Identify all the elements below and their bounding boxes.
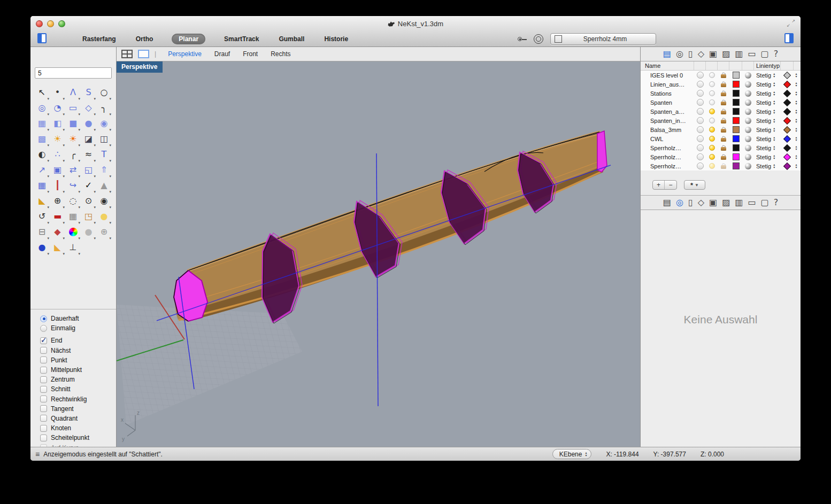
osnap-checkbox[interactable]: Punkt (40, 355, 116, 365)
inspector-tab-icon[interactable]: ? (774, 198, 779, 207)
layer-material-sphere[interactable] (745, 118, 751, 124)
layer-color-swatch[interactable] (733, 117, 740, 124)
linetype-stepper[interactable]: ▴▾ (773, 109, 775, 114)
osnap-checkbox[interactable]: Nächst (40, 346, 116, 355)
layer-print-color-diamond[interactable] (783, 162, 791, 169)
layer-visibility-bulb-icon[interactable] (709, 81, 715, 87)
layer-visibility-bulb-icon[interactable] (709, 118, 715, 123)
tool-button[interactable]: ◉ (96, 115, 112, 131)
layer-color-swatch[interactable] (733, 81, 740, 88)
layer-print-color-diamond[interactable] (783, 144, 791, 151)
print-color-stepper[interactable]: ▴▾ (795, 164, 797, 169)
layer-material-sphere[interactable] (745, 145, 751, 151)
tool-button[interactable]: ↗ (34, 162, 50, 177)
tool-button[interactable]: ◆ (50, 224, 65, 239)
osnap-checkbox[interactable]: Auf Kurve (40, 443, 116, 447)
toolbar-toggle[interactable]: Ortho (135, 34, 155, 44)
tool-button[interactable]: ◧ (50, 115, 65, 131)
tool-button[interactable]: ◔ (50, 100, 65, 115)
layer-row[interactable]: Linien_aus… Stetig ▴▾ ▴▾ (641, 80, 801, 89)
tool-button[interactable]: ↪ (65, 177, 81, 193)
osnap-checkbox[interactable]: Rechtwinklig (40, 394, 116, 404)
osnap-checkbox[interactable]: Scheitelpunkt (40, 433, 116, 443)
layer-linetype[interactable]: Stetig (756, 154, 771, 160)
linetype-stepper[interactable]: ▴▾ (773, 100, 775, 105)
toolbar-toggle[interactable]: SmartTrack (223, 34, 260, 44)
tool-button[interactable]: ⊕ (96, 224, 112, 239)
layer-row[interactable]: Sperrholz… Stetig ▴▾ ▴▾ (641, 152, 801, 161)
layer-visibility-bulb-icon[interactable] (709, 108, 715, 114)
tool-button[interactable]: ■ (65, 115, 81, 131)
current-layer-radio[interactable] (697, 108, 704, 115)
toolbar-toggle[interactable]: Planar (172, 34, 205, 44)
linetype-stepper[interactable]: ▴▾ (773, 154, 775, 160)
layer-material-sphere[interactable] (745, 136, 751, 142)
tool-button[interactable]: ◱ (81, 162, 96, 177)
layer-linetype[interactable]: Stetig (756, 136, 771, 142)
tool-button[interactable]: ☀ (65, 131, 81, 146)
left-sidebar-toggle-icon[interactable] (37, 33, 47, 43)
current-layer-radio[interactable] (697, 117, 704, 124)
linetype-stepper[interactable]: ▴▾ (773, 73, 775, 78)
layer-lock-icon[interactable] (721, 156, 726, 160)
inspector-tab-icon[interactable]: ▯ (688, 198, 693, 207)
tool-button[interactable]: Λ (65, 84, 81, 100)
tool-button[interactable]: ● (34, 239, 50, 255)
print-color-stepper[interactable]: ▴▾ (795, 91, 797, 96)
tool-button[interactable]: ▦ (34, 115, 50, 131)
inspector-tab-icon[interactable]: ▥ (735, 50, 743, 58)
layer-row[interactable]: Balsa_3mm Stetig ▴▾ ▴▾ (641, 125, 801, 134)
tool-button[interactable]: ╮ (96, 100, 112, 115)
right-sidebar-toggle-icon[interactable] (784, 33, 794, 43)
layer-settings-button[interactable]: * ▼ (684, 180, 705, 190)
tool-button[interactable]: ◫ (96, 131, 112, 146)
record-history-icon[interactable] (517, 34, 527, 44)
fullscreen-icon[interactable]: ↗ ↙ (787, 19, 795, 28)
layer-material-sphere[interactable] (745, 90, 751, 97)
tool-button[interactable]: ● (81, 224, 96, 239)
layer-color-swatch[interactable] (733, 99, 740, 106)
tool-button[interactable]: ⇄ (65, 162, 81, 177)
layer-print-color-diamond[interactable] (783, 117, 791, 124)
layer-lock-icon[interactable] (721, 165, 726, 169)
layer-visibility-bulb-icon[interactable] (709, 72, 715, 78)
inspector-tab-icon[interactable]: ▨ (722, 198, 730, 207)
tool-button[interactable]: ⊙ (81, 193, 96, 208)
layer-material-sphere[interactable] (745, 163, 751, 169)
titlebar[interactable]: NeKst_v1.3dm ↗ ↙ (30, 16, 801, 31)
linetype-stepper[interactable]: ▴▾ (773, 145, 775, 151)
tool-button[interactable]: ● (65, 224, 81, 239)
viewport-tab[interactable]: Perspektive (161, 50, 208, 58)
linetype-stepper[interactable]: ▴▾ (773, 164, 775, 169)
tool-button[interactable]: ○ (96, 84, 112, 100)
layer-row[interactable]: IGES level 0 Stetig ▴▾ ▴▾ (641, 71, 801, 80)
layer-row[interactable]: Spanten_in… Stetig ▴▾ ▴▾ (641, 116, 801, 125)
cplane-dropdown[interactable]: KEbene ▴▾ (552, 449, 592, 459)
tool-button[interactable]: ╭ (65, 146, 81, 162)
tool-button[interactable]: • (50, 84, 65, 100)
inspector-tab-icon[interactable]: ▣ (709, 50, 717, 58)
tool-button[interactable]: ● (81, 115, 96, 131)
tool-button[interactable]: ⊥ (65, 239, 81, 255)
tool-button[interactable]: ▦ (65, 208, 81, 224)
tool-button[interactable]: ▭ (65, 100, 81, 115)
tool-button[interactable]: ⊕ (50, 193, 65, 208)
layer-lock-icon[interactable] (721, 147, 726, 151)
layer-row[interactable]: Spanten_a… Stetig ▴▾ ▴▾ (641, 107, 801, 116)
layer-visibility-bulb-icon[interactable] (709, 163, 715, 169)
osnap-checkbox[interactable]: Tangent (40, 404, 116, 414)
osnap-checkbox[interactable]: Zentrum (40, 375, 116, 384)
layer-color-swatch[interactable] (733, 153, 740, 160)
print-color-stepper[interactable]: ▴▾ (795, 73, 797, 78)
tool-button[interactable]: ◪ (81, 131, 96, 146)
target-icon[interactable] (534, 34, 543, 44)
tool-button[interactable]: ∴ (50, 146, 65, 162)
layer-row[interactable]: CWL Stetig ▴▾ ▴▾ (641, 134, 801, 143)
layer-print-color-diamond[interactable] (783, 89, 791, 97)
toolbar-toggle[interactable]: Historie (323, 34, 349, 44)
inspector-tab-icon[interactable]: ? (774, 50, 779, 58)
tool-button[interactable]: ◣ (50, 239, 65, 255)
osnap-checkbox[interactable]: Knoten (40, 423, 116, 433)
inspector-tab-icon[interactable]: ▭ (748, 50, 756, 58)
layer-material-sphere[interactable] (745, 99, 751, 106)
